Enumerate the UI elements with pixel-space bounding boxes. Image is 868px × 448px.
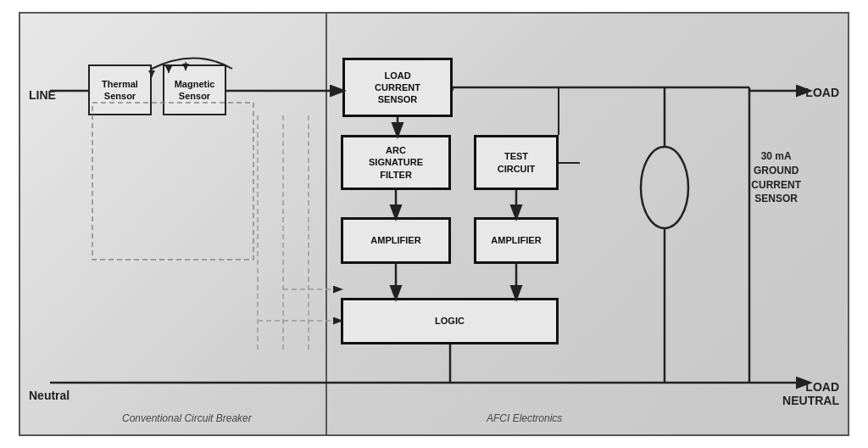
magnetic-sensor-block: Magnetic Sensor (163, 64, 226, 115)
diagram-container: LINE Neutral LOAD LOADNEUTRAL Convention… (19, 12, 849, 436)
amplifier-right-block: AMPLIFIER (474, 217, 559, 264)
ground-current-sensor-label: 30 mAGROUNDCURRENTSENSOR (751, 149, 801, 206)
svg-point-25 (641, 147, 688, 228)
section-divider (326, 14, 327, 434)
afci-label: AFCI Electronics (487, 412, 562, 424)
neutral-label: Neutral (29, 389, 70, 402)
test-circuit-block: TESTCIRCUIT (474, 135, 559, 190)
load-label: LOAD (805, 86, 839, 99)
logic-block: LOGIC (341, 298, 559, 344)
svg-rect-8 (92, 103, 253, 260)
arc-signature-filter-block: ARCSIGNATUREFILTER (341, 135, 451, 190)
load-current-sensor-block: LOADCURRENTSENSOR (342, 58, 453, 117)
load-neutral-label: LOADNEUTRAL (782, 380, 839, 407)
ccb-label: Conventional Circuit Breaker (122, 412, 252, 424)
amplifier-left-block: AMPLIFIER (341, 217, 451, 264)
line-label: LINE (29, 88, 56, 102)
thermal-sensor-block: Thermal Sensor (88, 64, 152, 115)
